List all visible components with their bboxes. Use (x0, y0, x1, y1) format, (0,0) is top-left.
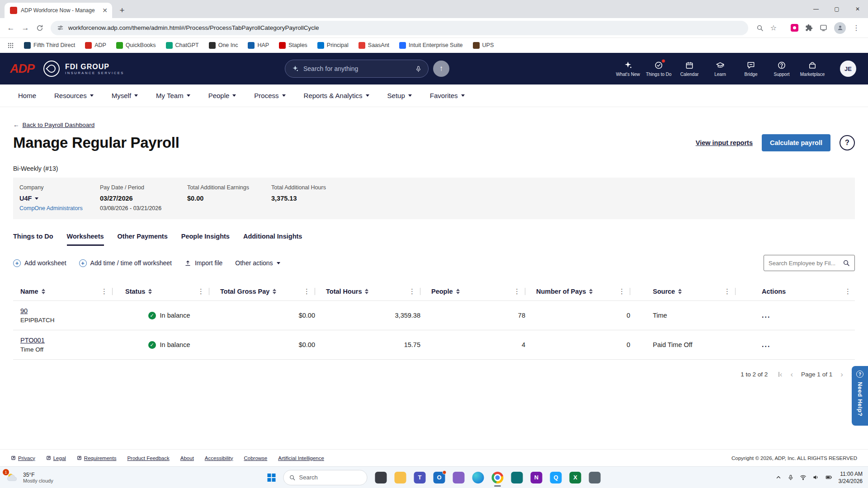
sort-icon[interactable] (456, 289, 460, 294)
footer-link-accessibility[interactable]: Accessibility (205, 455, 233, 461)
weather-widget[interactable]: 1 35°F Mostly cloudy (0, 471, 53, 484)
header-item-learn[interactable]: Learn (706, 61, 734, 77)
maximize-button[interactable]: ▢ (826, 0, 847, 18)
url-bar[interactable]: workforcenow.adp.com/theme/admin.html#/P… (51, 21, 748, 35)
column-header-source[interactable]: Source ⋮ (634, 282, 739, 300)
header-item-marketplace[interactable]: Marketplace (798, 61, 826, 77)
bookmark-intuit-enterprise-suite[interactable]: Intuit Enterprise Suite (399, 42, 463, 49)
minimize-button[interactable]: — (806, 0, 826, 18)
pagination-first-icon[interactable]: ‹ (778, 371, 782, 378)
taskbar-search-box[interactable] (283, 470, 368, 485)
taskbar-q-app-icon[interactable]: Q (550, 472, 562, 483)
microphone-icon[interactable] (415, 66, 422, 72)
battery-icon[interactable] (825, 474, 833, 481)
start-button[interactable] (268, 474, 276, 482)
excel-icon[interactable]: X (570, 472, 581, 483)
pagination-prev-icon[interactable]: ‹ (790, 371, 793, 378)
nav-item-people[interactable]: People (208, 92, 236, 99)
global-search-pill[interactable] (285, 60, 429, 78)
table-options-icon[interactable]: ⋮ (844, 288, 851, 295)
employee-search-box[interactable] (764, 255, 855, 271)
back-to-dashboard-link[interactable]: ←Back to Payroll Dashboard (13, 122, 94, 128)
footer-link-cobrowse[interactable]: Cobrowse (244, 455, 267, 461)
table-row[interactable]: PTO001 Time Off ✓ In balance $0.00 15.75… (13, 330, 855, 360)
bookmark-hap[interactable]: HAP (248, 42, 269, 49)
nav-item-resources[interactable]: Resources (54, 92, 94, 99)
taskbar-search-input[interactable] (299, 474, 362, 481)
taskbar-clock[interactable]: 11:00 AM 3/24/2026 (839, 470, 863, 484)
tab-things-to-do[interactable]: Things to Do (13, 233, 53, 246)
worksheet-link[interactable]: 90 (20, 307, 28, 314)
microphone-icon[interactable] (788, 474, 794, 481)
extensions-puzzle-icon[interactable] (805, 24, 813, 32)
bookmark-staples[interactable]: Staples (279, 42, 307, 49)
bookmark-ups[interactable]: UPS (473, 42, 494, 49)
bookmark-adp[interactable]: ADP (85, 42, 106, 49)
nav-item-my-team[interactable]: My Team (156, 92, 190, 99)
forward-icon[interactable]: → (18, 21, 33, 35)
footer-link-product-feedback[interactable]: Product Feedback (127, 455, 169, 461)
sort-icon[interactable] (42, 289, 45, 294)
column-header-status[interactable]: Status ⋮ (116, 282, 213, 300)
view-input-reports-link[interactable]: View input reports (696, 139, 753, 146)
nav-item-home[interactable]: Home (18, 92, 36, 99)
tab-additional-insights[interactable]: Additional Insights (243, 233, 302, 246)
add-worksheet-button[interactable]: +Add worksheet (13, 259, 66, 267)
search-icon[interactable] (843, 259, 850, 267)
pink-extension-icon[interactable] (791, 24, 798, 32)
file-explorer-icon[interactable] (395, 472, 406, 483)
site-settings-icon[interactable] (57, 24, 64, 31)
taskbar-app-icon[interactable] (453, 472, 465, 483)
nav-item-setup[interactable]: Setup (387, 92, 412, 99)
footer-link-about[interactable]: About (180, 455, 194, 461)
sort-icon[interactable] (365, 289, 368, 294)
column-header-people[interactable]: People ⋮ (424, 282, 529, 300)
bookmark-principal[interactable]: Principal (317, 42, 349, 49)
edge-icon[interactable] (472, 472, 484, 483)
outlook-icon[interactable]: O (434, 472, 445, 483)
taskbar-app-icon[interactable] (511, 472, 523, 483)
employee-search-input[interactable] (769, 260, 840, 267)
header-item-support[interactable]: Support (768, 61, 796, 77)
column-menu-icon[interactable]: ⋮ (618, 288, 625, 295)
adp-logo[interactable]: ADP (10, 62, 34, 76)
help-icon[interactable]: ? (840, 135, 855, 150)
row-actions-icon[interactable]: ... (762, 314, 855, 317)
volume-icon[interactable] (812, 474, 819, 481)
tab-worksheets[interactable]: Worksheets (67, 233, 104, 246)
sort-icon[interactable] (678, 289, 682, 294)
footer-link-legal[interactable]: Legal (46, 455, 66, 461)
tray-expand-icon[interactable] (775, 474, 782, 481)
apps-grid-icon[interactable] (7, 42, 14, 49)
bookmark-star-icon[interactable]: ☆ (770, 23, 777, 32)
close-button[interactable]: ✕ (847, 0, 868, 18)
back-icon[interactable]: ← (4, 21, 18, 35)
browser-profile-avatar[interactable] (834, 22, 846, 34)
company-admin-link[interactable]: CompOne Administrators (19, 205, 100, 211)
taskbar-app-window-icon[interactable] (375, 472, 387, 483)
sort-icon[interactable] (148, 289, 152, 294)
teams-icon[interactable]: T (414, 472, 426, 483)
company-selector[interactable]: U4F (19, 195, 100, 202)
column-menu-icon[interactable]: ⋮ (101, 288, 108, 295)
bookmark-fifth-third-direct[interactable]: Fifth Third Direct (24, 42, 75, 49)
column-menu-icon[interactable]: ⋮ (514, 288, 520, 295)
column-menu-icon[interactable]: ⋮ (303, 288, 310, 295)
tab-people-insights[interactable]: People Insights (181, 233, 230, 246)
sort-icon[interactable] (273, 289, 276, 294)
column-header-total-hours[interactable]: Total Hours ⋮ (319, 282, 424, 300)
column-menu-icon[interactable]: ⋮ (198, 288, 204, 295)
header-item-whats-new[interactable]: What's New (614, 61, 642, 77)
column-header-number-of-pays[interactable]: Number of Pays ⋮ (529, 282, 634, 300)
onenote-icon[interactable]: N (531, 472, 542, 483)
pagination-next-icon[interactable]: › (840, 371, 843, 378)
user-avatar[interactable]: JE (840, 61, 856, 77)
nav-item-process[interactable]: Process (254, 92, 285, 99)
footer-link-artificial-intelligence[interactable]: Artificial Intelligence (278, 455, 324, 461)
nav-item-myself[interactable]: Myself (112, 92, 138, 99)
url-text[interactable]: workforcenow.adp.com/theme/admin.html#/P… (68, 24, 742, 31)
sort-icon[interactable] (589, 289, 593, 294)
tab-close-icon[interactable]: ✕ (101, 7, 108, 14)
worksheet-link[interactable]: PTO001 (20, 337, 45, 344)
tab-other-payments[interactable]: Other Payments (118, 233, 168, 246)
